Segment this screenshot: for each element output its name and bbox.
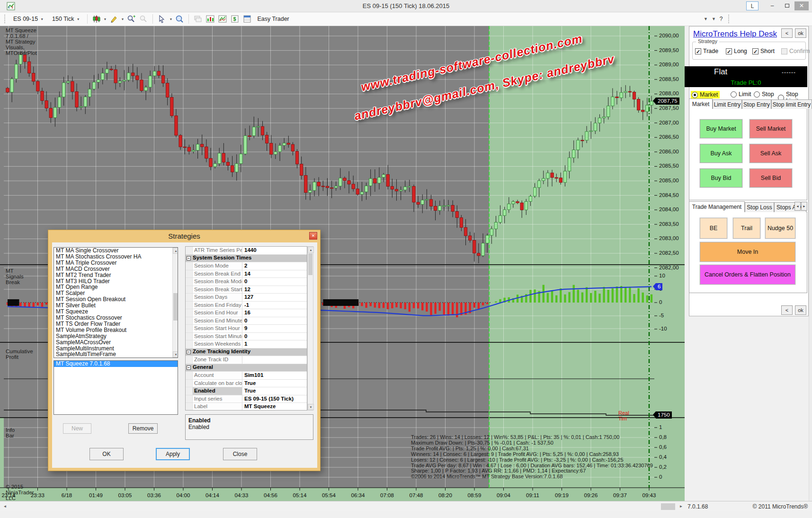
scrollbar-thumb[interactable] xyxy=(308,253,312,275)
maximize-button[interactable] xyxy=(781,1,793,10)
nudge-50-button[interactable]: Nudge 50 xyxy=(765,218,795,239)
ok-button[interactable]: OK xyxy=(89,448,124,460)
property-value[interactable]: 2 xyxy=(242,262,307,270)
property-value[interactable]: 9 xyxy=(242,325,307,332)
strategy-list-item[interactable]: MT MACD Crossover xyxy=(54,266,178,272)
property-row[interactable]: Session Days127 xyxy=(186,294,307,302)
property-group-row[interactable]: −System Session Times xyxy=(186,255,307,263)
property-row[interactable]: Session End Friday-1 xyxy=(186,302,307,310)
property-value[interactable]: ES 09-15 (150 Tick) xyxy=(242,395,307,403)
tab-scroll-left-icon[interactable]: ◄ xyxy=(794,202,801,211)
close-button[interactable]: ✕ xyxy=(794,1,809,10)
strategy-list-item[interactable]: MT MA Stochastics Crossover HA xyxy=(54,254,178,260)
strategy-list-item[interactable]: MT Volume Profile Breakout xyxy=(54,327,178,333)
property-value[interactable]: True xyxy=(242,380,307,387)
property-value[interactable]: 1 xyxy=(242,340,307,348)
dialog-close-button2[interactable]: Close xyxy=(223,448,257,460)
scrollbar-thumb[interactable] xyxy=(173,293,178,321)
property-row[interactable]: EnabledTrue xyxy=(186,387,307,395)
chevron-down-icon[interactable]: ▼ xyxy=(121,18,125,21)
strategy-list-item[interactable]: MT Stochastics Crossover xyxy=(54,315,178,321)
order-type-stop[interactable]: Stop xyxy=(754,91,774,98)
scroll-up-button[interactable]: ▲ xyxy=(173,248,178,254)
cancel-flatten-button[interactable]: Cancel Orders & Flatten Position xyxy=(700,265,795,285)
strategy-list-item[interactable]: MT MA Single Crossover xyxy=(54,248,178,254)
panel-ok-button2[interactable]: ok xyxy=(795,305,806,315)
property-row[interactable]: Session Mode2 xyxy=(186,262,307,270)
configured-strategy-item[interactable]: MT Squeeze 7.0.1.68 xyxy=(54,361,178,367)
property-value[interactable]: 14 xyxy=(242,270,307,278)
panel-grip[interactable] xyxy=(728,15,731,23)
buy-market-button[interactable]: Buy Market xyxy=(700,119,742,138)
checkbox-confirm[interactable]: Confirm xyxy=(781,48,810,54)
panel-back-button2[interactable]: < xyxy=(781,305,793,315)
property-row[interactable]: Zone Track ID xyxy=(186,356,307,364)
cursor-tool-button[interactable] xyxy=(157,14,167,24)
tab-scroll-right-icon[interactable]: ► xyxy=(801,202,807,211)
chevron-down-icon[interactable]: ▼ xyxy=(104,18,107,21)
market-analyzer-button[interactable] xyxy=(242,14,252,24)
zoom-out-button[interactable] xyxy=(138,14,149,24)
chart-trader-button[interactable] xyxy=(205,14,215,24)
tab-market[interactable]: Market xyxy=(689,98,713,109)
property-value[interactable]: 16 xyxy=(242,309,307,317)
property-value[interactable] xyxy=(242,356,307,364)
property-row[interactable]: Input seriesES 09-15 (150 Tick) xyxy=(186,395,307,403)
property-row[interactable]: Session End Minute0 xyxy=(186,317,307,325)
scroll-left-button[interactable]: ◄ xyxy=(1,502,9,510)
move-in-button[interactable]: Move In xyxy=(700,242,795,262)
help-button[interactable]: ? xyxy=(720,16,723,22)
property-value[interactable]: -1 xyxy=(242,302,307,309)
snapshot-button[interactable] xyxy=(217,14,228,24)
property-row[interactable]: Session Break End14 xyxy=(186,270,307,278)
property-group-row[interactable]: −General xyxy=(186,364,307,372)
interval-selector[interactable]: 150 Tick▼ xyxy=(49,14,83,24)
zoom-region-button[interactable] xyxy=(174,14,185,24)
strategy-list-item[interactable]: MT TS Order Flow Trader xyxy=(54,321,178,327)
panel-back-button[interactable]: < xyxy=(781,28,793,38)
property-value[interactable]: 0 xyxy=(242,278,307,286)
drawing-tools-button[interactable] xyxy=(109,14,119,24)
apply-button[interactable]: Apply xyxy=(156,448,190,460)
scroll-down-button[interactable]: ▼ xyxy=(308,404,314,410)
dialog-close-button[interactable]: ✕ xyxy=(309,232,317,240)
collapse-icon[interactable]: − xyxy=(187,366,191,370)
property-grid-scrollbar[interactable]: ▲ ▼ xyxy=(307,246,313,411)
instrument-link-button[interactable]: L xyxy=(746,1,758,10)
property-value[interactable]: True xyxy=(242,387,307,395)
property-row[interactable]: ATR Time Series Peric1440 xyxy=(186,247,307,255)
property-value[interactable]: 127 xyxy=(242,294,307,301)
instrument-selector[interactable]: ES 09-15▼ xyxy=(10,14,47,24)
strategy-list-item[interactable]: SampleMACrossOver xyxy=(54,339,178,346)
chevron-down-icon[interactable]: ▼ xyxy=(712,17,716,21)
configured-strategies-list[interactable]: MT Squeeze 7.0.1.68 xyxy=(54,360,178,415)
property-row[interactable]: LabelMT Squeeze xyxy=(186,403,307,411)
toolbar-grip[interactable] xyxy=(4,15,7,23)
chart-style-button[interactable] xyxy=(91,14,102,24)
tab-stop-limit-entry[interactable]: Stop limit Entry xyxy=(771,99,812,109)
remove-button[interactable]: Remove xyxy=(128,423,158,434)
strategy-list-item[interactable]: SampleAtmStrategy xyxy=(54,333,178,339)
property-value[interactable]: 0 xyxy=(242,317,307,325)
strategy-list-item[interactable]: SampleMultiTimeFrame xyxy=(54,351,178,357)
property-row[interactable]: Session End Hour16 xyxy=(186,309,307,317)
new-button[interactable]: New xyxy=(63,423,91,434)
property-row[interactable]: Calculate on bar closeTrue xyxy=(186,380,307,388)
strategy-list-item[interactable]: MT MA Triple Crossover xyxy=(54,260,178,266)
scroll-right-button[interactable]: ► xyxy=(677,502,685,510)
sell-market-button[interactable]: Sell Market xyxy=(750,119,792,138)
property-row[interactable]: Session Start Hour9 xyxy=(186,325,307,333)
property-value[interactable]: 0 xyxy=(242,333,307,340)
data-series-button[interactable] xyxy=(193,14,203,24)
buy-ask-button[interactable]: Buy Ask xyxy=(700,144,742,163)
help-desk-link[interactable]: MicroTrends Help Desk xyxy=(693,29,777,39)
scroll-down-button[interactable]: ▼ xyxy=(173,351,178,357)
trail-button[interactable]: Trail xyxy=(733,218,760,239)
account-data-button[interactable]: $ xyxy=(230,14,240,24)
property-row[interactable]: Session Break Start12 xyxy=(186,286,307,294)
buy-bid-button[interactable]: Buy Bid xyxy=(700,169,742,188)
collapse-icon[interactable]: − xyxy=(187,256,191,260)
tab-stop-loss[interactable]: Stop Loss xyxy=(745,202,774,212)
order-type-market[interactable]: Market xyxy=(691,91,720,98)
tab-limit-entry[interactable]: Limit Entry xyxy=(713,99,742,109)
